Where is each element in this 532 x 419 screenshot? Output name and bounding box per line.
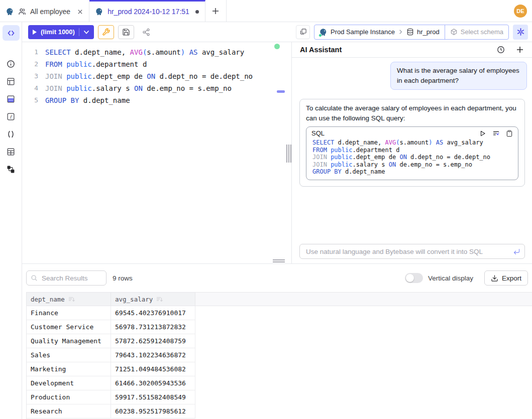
code-language-label: SQL (311, 129, 473, 137)
batch-query-button[interactable] (296, 25, 310, 39)
run-query-button[interactable]: (limit 1000) (28, 25, 94, 39)
results-table-header: dept_name avg_salary (27, 292, 532, 306)
schema-diagram-button[interactable] (3, 161, 19, 177)
table-cell: 69545.402376910017 (111, 306, 195, 320)
code-panel-toggle-button[interactable] (3, 25, 20, 41)
format-wrench-button[interactable] (98, 25, 114, 39)
tab-label: hr_prod 2024-10-12 17:51 (108, 8, 189, 16)
select-schema-button[interactable]: Select schema (445, 25, 508, 39)
copy-sql-icon[interactable] (506, 130, 513, 137)
sort-icon (156, 296, 163, 303)
openai-assistant-button[interactable] (513, 25, 528, 40)
download-icon (491, 274, 498, 282)
table-cell-filler (195, 362, 532, 376)
instance-name: Prod Sample Instance (331, 28, 395, 36)
sql-editor[interactable]: 1SELECT d.dept_name, AVG(s.amount) AS av… (22, 42, 291, 263)
ai-code-lines: SELECT d.dept_name, AVG(s.amount) AS avg… (311, 139, 513, 176)
data-table-colored-button[interactable] (3, 91, 19, 107)
tab-label: All employee (30, 8, 70, 16)
table-row[interactable]: Production59917.551582408549 (27, 390, 532, 404)
parentheses-button[interactable] (3, 126, 19, 142)
search-results-box (26, 270, 107, 286)
horizontal-splitter-handle[interactable] (273, 259, 285, 262)
editor-line: 3JOIN public.dept_emp de ON d.dept_no = … (22, 70, 291, 82)
table-cell-filler (195, 334, 532, 348)
tab-hr-prod[interactable]: hr_prod 2024-10-12 17:51 (89, 0, 205, 22)
line-number: 2 (22, 58, 45, 70)
ai-code-line: SELECT d.dept_name, AVG(s.amount) AS avg… (311, 139, 513, 147)
ai-response-bubble: To calculate the average salary of emplo… (299, 99, 525, 187)
table-row[interactable]: Finance69545.402376910017 (27, 306, 532, 320)
table-cell-filler (195, 348, 532, 362)
column-header-avg-salary[interactable]: avg_salary (111, 292, 195, 306)
table-cell-filler (195, 376, 532, 390)
table-row[interactable]: Marketing71251.049484536082 (27, 362, 532, 376)
table-row[interactable]: Development61466.302005943536 (27, 376, 532, 390)
ai-code-block: SQL SELECT d.dept_name, AVG(s.amount) AS… (306, 126, 518, 180)
results-panel: 9 rows Vertical display Export dept_name… (22, 263, 532, 419)
save-button[interactable] (118, 25, 134, 39)
ai-code-line: GROUP BY d.dept_name (311, 168, 513, 176)
table-cell: Finance (27, 306, 111, 320)
editor-toolbar: (limit 1000) Prod Sample Instance (22, 22, 532, 42)
history-clock-icon[interactable] (497, 46, 505, 54)
tables-button[interactable] (3, 73, 19, 89)
sql-editor-lines: 1SELECT d.dept_name, AVG(s.amount) AS av… (22, 42, 291, 106)
toggle-knob (406, 274, 414, 282)
table-row[interactable]: Sales79643.102234636872 (27, 348, 532, 362)
database-name: hr_prod (417, 28, 440, 36)
table-cell: Customer Service (27, 320, 111, 334)
users-icon (18, 8, 26, 16)
ai-prompt-input[interactable] (305, 247, 513, 256)
run-sql-icon[interactable] (479, 130, 486, 137)
play-icon (33, 30, 37, 35)
divider (79, 28, 79, 36)
close-icon[interactable] (77, 9, 83, 15)
results-toolbar: 9 rows Vertical display Export (22, 264, 532, 288)
table-cell: 71251.049484536082 (111, 362, 195, 376)
export-label: Export (502, 274, 521, 282)
search-results-input[interactable] (41, 274, 102, 283)
column-label: dept_name (31, 296, 65, 303)
table-row[interactable]: Customer Service56978.731213872832 (27, 320, 532, 334)
user-avatar[interactable]: DE (514, 5, 527, 18)
editor-line: 1SELECT d.dept_name, AVG(s.amount) AS av… (22, 46, 291, 58)
chevron-down-icon[interactable] (83, 29, 89, 35)
connection-instance-database[interactable]: Prod Sample Instance hr_prod (314, 25, 445, 39)
results-table-body: Finance69545.402376910017Customer Servic… (27, 306, 532, 418)
editor-scrollbar-thumb[interactable] (277, 90, 285, 93)
new-tab-button[interactable] (205, 0, 227, 22)
function-button[interactable]: f (3, 108, 19, 124)
sheet-table-button[interactable] (3, 144, 19, 160)
header-filler (195, 292, 532, 306)
line-number: 5 (22, 94, 45, 106)
vertical-display-toggle[interactable] (405, 273, 423, 283)
rail-icons: f (3, 56, 19, 179)
table-cell-filler (195, 306, 532, 320)
code-brackets-icon (7, 29, 15, 37)
share-button[interactable] (138, 25, 154, 39)
insert-sql-icon[interactable] (492, 129, 500, 137)
postgres-icon (320, 28, 328, 36)
column-header-dept-name[interactable]: dept_name (27, 292, 111, 306)
run-label: (limit 1000) (41, 28, 75, 36)
return-enter-icon[interactable] (513, 248, 520, 255)
code-block-header: SQL (311, 129, 513, 137)
connection-selector: Prod Sample Instance hr_prod Select sche… (314, 25, 509, 40)
ai-code-line: FROM public.department d (311, 147, 513, 154)
connection-health-dot-icon (274, 44, 280, 49)
info-button[interactable] (3, 56, 19, 72)
unsaved-dot-icon (195, 10, 199, 14)
ai-panel-title: AI Assistant (300, 46, 486, 54)
export-button[interactable]: Export (484, 270, 528, 286)
tab-all-employee[interactable]: All employee (0, 0, 89, 22)
tab-bar: All employee hr_prod 2024-10-12 17:51 DE (0, 0, 532, 22)
line-number: 3 (22, 70, 45, 82)
vertical-splitter-handle[interactable] (286, 145, 291, 163)
vertical-display-label: Vertical display (428, 274, 473, 282)
table-row[interactable]: Quality Management57872.625912408759 (27, 334, 532, 348)
table-cell: 59917.551582408549 (111, 390, 195, 404)
postgres-icon (6, 8, 14, 16)
table-row[interactable]: Research60238.952517985612 (27, 404, 532, 418)
new-chat-plus-icon[interactable] (516, 46, 524, 54)
